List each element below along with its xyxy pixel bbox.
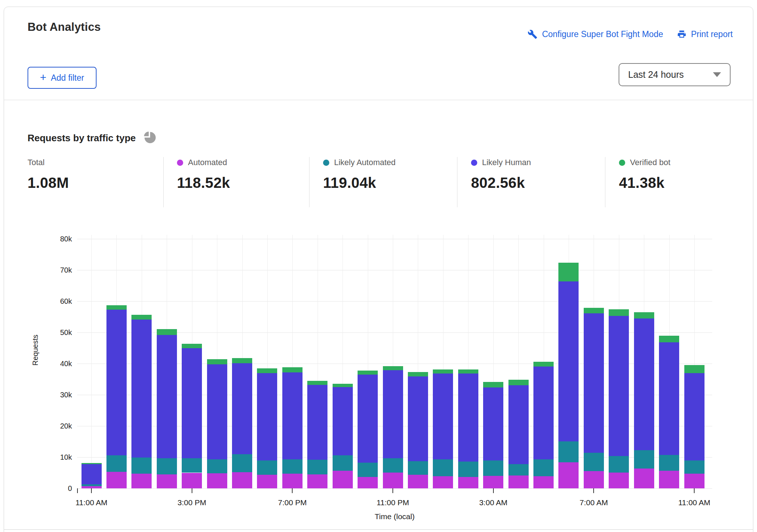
bar-segment-likely-automated[interactable]	[634, 450, 654, 469]
bar-segment-likely-human[interactable]	[533, 367, 554, 459]
bar-segment-likely-automated[interactable]	[82, 484, 102, 486]
bar-segment-automated[interactable]	[659, 471, 679, 488]
bar-segment-automated[interactable]	[433, 476, 453, 488]
bar-segment-likely-automated[interactable]	[131, 458, 152, 474]
bar-segment-verified-bot[interactable]	[307, 381, 327, 385]
bar-segment-automated[interactable]	[358, 477, 378, 488]
bar-segment-likely-automated[interactable]	[609, 456, 629, 473]
bar-segment-automated[interactable]	[106, 472, 127, 488]
bar-segment-likely-human[interactable]	[408, 376, 428, 461]
bar-segment-verified-bot[interactable]	[584, 308, 604, 313]
bar-segment-likely-human[interactable]	[207, 364, 227, 459]
bar-segment-likely-automated[interactable]	[408, 461, 428, 475]
bar-segment-verified-bot[interactable]	[659, 336, 679, 342]
bar-segment-likely-human[interactable]	[106, 310, 127, 455]
bar-segment-likely-automated[interactable]	[333, 455, 353, 471]
bar-segment-likely-automated[interactable]	[508, 464, 529, 475]
bar-segment-likely-human[interactable]	[182, 348, 202, 458]
bar-segment-likely-human[interactable]	[584, 313, 604, 453]
bar-segment-verified-bot[interactable]	[483, 382, 503, 387]
bar-segment-automated[interactable]	[483, 476, 503, 488]
bar-segment-likely-human[interactable]	[609, 316, 629, 456]
bar-segment-automated[interactable]	[207, 473, 227, 488]
bar-segment-likely-automated[interactable]	[182, 458, 202, 473]
y-axis-tick-label: 80k	[46, 235, 72, 243]
bar-segment-verified-bot[interactable]	[684, 365, 705, 373]
bar-segment-automated[interactable]	[584, 471, 604, 488]
bar-segment-automated[interactable]	[157, 474, 177, 488]
bar-segment-likely-automated[interactable]	[659, 455, 679, 471]
bar-segment-verified-bot[interactable]	[257, 368, 277, 374]
bar-segment-likely-automated[interactable]	[257, 460, 277, 475]
bar-segment-verified-bot[interactable]	[533, 362, 554, 367]
bar-segment-automated[interactable]	[609, 473, 629, 488]
bar-segment-verified-bot[interactable]	[609, 309, 629, 316]
bar-segment-likely-human[interactable]	[433, 374, 453, 459]
bar-segment-verified-bot[interactable]	[458, 369, 478, 374]
bar-segment-likely-human[interactable]	[458, 374, 478, 462]
bar-segment-verified-bot[interactable]	[232, 358, 252, 363]
bar-segment-automated[interactable]	[408, 475, 428, 488]
bar-segment-likely-automated[interactable]	[458, 462, 478, 477]
bar-segment-likely-human[interactable]	[358, 375, 378, 463]
bar-segment-automated[interactable]	[257, 475, 277, 488]
bar-segment-automated[interactable]	[558, 462, 579, 488]
bar-segment-likely-automated[interactable]	[207, 459, 227, 473]
bar-segment-automated[interactable]	[634, 469, 654, 488]
bar-segment-automated[interactable]	[282, 474, 303, 488]
bar-segment-verified-bot[interactable]	[282, 367, 303, 372]
bar-segment-likely-human[interactable]	[157, 335, 177, 459]
bar-segment-automated[interactable]	[182, 473, 202, 489]
bar-segment-likely-human[interactable]	[558, 281, 579, 441]
bar-segment-verified-bot[interactable]	[182, 344, 202, 349]
bar-segment-likely-automated[interactable]	[358, 463, 378, 477]
bar-segment-automated[interactable]	[232, 472, 252, 488]
bar-segment-verified-bot[interactable]	[106, 305, 127, 310]
bar-segment-likely-human[interactable]	[684, 373, 705, 460]
bar-segment-likely-human[interactable]	[82, 464, 102, 484]
bar-segment-verified-bot[interactable]	[408, 372, 428, 376]
bar-segment-likely-automated[interactable]	[433, 459, 453, 476]
bar-segment-verified-bot[interactable]	[207, 359, 227, 364]
bar-segment-likely-human[interactable]	[282, 372, 303, 459]
bar-segment-verified-bot[interactable]	[433, 369, 453, 374]
bar-segment-automated[interactable]	[307, 474, 327, 488]
bar-segment-likely-human[interactable]	[307, 385, 327, 460]
bar-segment-verified-bot[interactable]	[82, 463, 102, 464]
bar-segment-likely-automated[interactable]	[106, 455, 127, 472]
bar-segment-verified-bot[interactable]	[157, 329, 177, 335]
bar-segment-automated[interactable]	[684, 474, 705, 488]
bar-segment-likely-automated[interactable]	[558, 441, 579, 463]
bar-segment-likely-human[interactable]	[333, 387, 353, 455]
bar-segment-verified-bot[interactable]	[508, 380, 529, 385]
bar-segment-verified-bot[interactable]	[358, 371, 378, 375]
bar-segment-automated[interactable]	[508, 475, 529, 488]
bar-segment-likely-automated[interactable]	[383, 458, 403, 472]
bar-segment-automated[interactable]	[333, 471, 353, 488]
bar-segment-likely-automated[interactable]	[282, 459, 303, 474]
bar-segment-likely-human[interactable]	[257, 373, 277, 460]
bar-segment-likely-human[interactable]	[131, 320, 152, 458]
bar-segment-likely-automated[interactable]	[232, 454, 252, 472]
bar-segment-likely-human[interactable]	[634, 318, 654, 451]
bar-segment-likely-human[interactable]	[508, 385, 529, 464]
bar-segment-likely-human[interactable]	[483, 387, 503, 461]
bar-segment-verified-bot[interactable]	[383, 366, 403, 370]
bar-segment-automated[interactable]	[131, 474, 152, 488]
bar-segment-automated[interactable]	[533, 476, 554, 488]
bar-segment-likely-automated[interactable]	[684, 460, 705, 474]
bar-segment-verified-bot[interactable]	[558, 263, 579, 281]
bar-segment-verified-bot[interactable]	[333, 384, 353, 387]
bar-segment-likely-human[interactable]	[232, 363, 252, 454]
bar-segment-automated[interactable]	[383, 473, 403, 488]
bar-segment-automated[interactable]	[458, 477, 478, 488]
bar-segment-likely-automated[interactable]	[584, 453, 604, 471]
bar-segment-verified-bot[interactable]	[634, 312, 654, 318]
bar-segment-likely-automated[interactable]	[533, 459, 554, 476]
bar-segment-likely-human[interactable]	[659, 342, 679, 455]
bar-segment-likely-human[interactable]	[383, 370, 403, 459]
bar-segment-likely-automated[interactable]	[483, 460, 503, 476]
bar-segment-likely-automated[interactable]	[157, 458, 177, 474]
bar-segment-verified-bot[interactable]	[131, 315, 152, 320]
bar-segment-likely-automated[interactable]	[307, 460, 327, 474]
